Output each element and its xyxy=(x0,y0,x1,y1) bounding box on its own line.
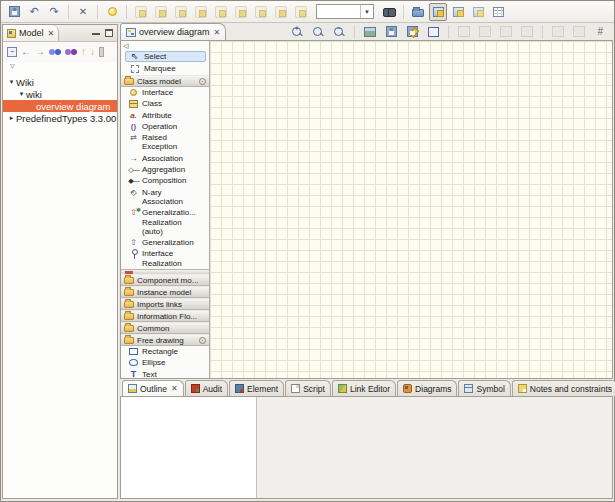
palette-item-rectangle[interactable]: Rectangle xyxy=(121,346,209,357)
open-perspective-button[interactable] xyxy=(409,3,427,21)
palette-section-information-flow[interactable]: Information Flo... xyxy=(121,310,209,322)
close-icon[interactable]: ✕ xyxy=(214,28,221,37)
trace-left-icon[interactable] xyxy=(49,47,61,57)
create-tool-button-4[interactable] xyxy=(192,3,210,21)
minimize-icon[interactable] xyxy=(92,29,100,37)
palette-item-generalization-realization-auto[interactable]: ⇧✱ Generalizatio... Realization (auto) xyxy=(121,207,209,237)
palette-item-interface-realization[interactable]: Interface Realization xyxy=(121,248,209,269)
tab-outline[interactable]: Outline ✕ xyxy=(122,380,184,396)
palette-section-component-model[interactable]: Component mo... xyxy=(121,274,209,286)
tree-row-wiki-project[interactable]: ▾ Wiki xyxy=(3,76,117,88)
align-icon xyxy=(552,26,564,37)
palette-tool-select[interactable]: ⇖ Select xyxy=(125,51,206,62)
close-icon[interactable]: ✕ xyxy=(171,384,178,393)
tab-model[interactable]: Model ✕ xyxy=(3,25,59,41)
chevron-down-icon[interactable]: ▼ xyxy=(360,5,373,18)
palette-item-raised-exception[interactable]: ⇄ Raised Exception xyxy=(121,132,209,153)
nav-back-icon[interactable]: ← xyxy=(21,47,31,57)
create-tool-button-1[interactable] xyxy=(132,3,150,21)
distribute-button[interactable] xyxy=(570,23,588,41)
trace-right-icon[interactable] xyxy=(65,47,77,57)
create-tool-button-2[interactable] xyxy=(152,3,170,21)
create-tool-button-7[interactable] xyxy=(252,3,270,21)
create-tool-button-8[interactable] xyxy=(272,3,290,21)
disabled-tool-button-3[interactable] xyxy=(497,23,515,41)
search-combo[interactable]: ▼ xyxy=(316,4,374,19)
create-tool-button-3[interactable] xyxy=(172,3,190,21)
palette-section-instance-model[interactable]: Instance model xyxy=(121,286,209,298)
palette-section-imports-links[interactable]: Imports links xyxy=(121,298,209,310)
tab-audit[interactable]: Audit xyxy=(185,380,228,396)
expander-icon[interactable]: ▾ xyxy=(7,78,16,86)
toolbar-separator xyxy=(403,5,404,19)
view-menu-chevron[interactable]: ▽ xyxy=(3,62,117,72)
palette-item-text[interactable]: T Text xyxy=(121,369,209,378)
palette-item-nary-association[interactable]: ◇× N-ary Association xyxy=(121,187,209,208)
tab-script[interactable]: Script xyxy=(285,380,331,396)
create-tool-button-6[interactable] xyxy=(232,3,250,21)
palette-collapse-control[interactable]: ◁ xyxy=(121,42,209,51)
palette-section-free-drawing[interactable]: Free drawing xyxy=(121,334,209,346)
create-tool-button-9[interactable] xyxy=(292,3,310,21)
undo-button[interactable]: ↶ xyxy=(25,3,43,21)
disabled-tool-button-1[interactable] xyxy=(455,23,473,41)
align-button[interactable] xyxy=(549,23,567,41)
create-tool-button-5[interactable] xyxy=(212,3,230,21)
perspective-button-3[interactable] xyxy=(469,3,487,21)
save-diagram-button[interactable] xyxy=(382,23,400,41)
palette-item-composition[interactable]: ◆— Composition xyxy=(121,175,209,186)
zoom-out-button[interactable]: − xyxy=(330,23,348,41)
maximize-icon[interactable] xyxy=(105,29,113,37)
tree-row-predefined-types[interactable]: ▸ PredefinedTypes 3.3.00 xyxy=(3,112,117,124)
page-frame-button[interactable] xyxy=(424,23,442,41)
tree-row-overview-diagram[interactable]: overview diagram xyxy=(3,100,117,112)
tab-overview-diagram[interactable]: overview diagram ✕ xyxy=(120,23,226,40)
disabled-tool-button-2[interactable] xyxy=(476,23,494,41)
expander-icon[interactable]: ▸ xyxy=(7,114,16,122)
move-down-icon[interactable]: ↓ xyxy=(90,47,95,57)
palette-item-operation[interactable]: () Operation xyxy=(121,121,209,132)
save-button[interactable] xyxy=(5,3,23,21)
grid-button[interactable]: # xyxy=(591,23,609,41)
search-button[interactable] xyxy=(380,3,398,21)
palette-section-label: Instance model xyxy=(137,288,191,297)
tab-diagrams[interactable]: Diagrams xyxy=(397,380,457,396)
palette-section-class-model[interactable]: Class model xyxy=(121,75,209,87)
expander-icon[interactable]: ▾ xyxy=(17,90,26,98)
zoom-in-button[interactable]: + xyxy=(288,23,306,41)
tab-element[interactable]: Element xyxy=(229,380,284,396)
redo-button[interactable]: ↷ xyxy=(45,3,63,21)
clipped-palette-section[interactable] xyxy=(121,269,209,274)
palette-item-generalization[interactable]: ⇧ Generalization xyxy=(121,237,209,248)
export-image-button[interactable] xyxy=(361,23,379,41)
clipped-toolbar-icon[interactable] xyxy=(99,47,104,57)
palette-section-common[interactable]: Common xyxy=(121,322,209,334)
perspective-button-2[interactable] xyxy=(449,3,467,21)
diagram-canvas[interactable] xyxy=(210,41,612,378)
collapse-all-icon[interactable]: − xyxy=(7,47,17,57)
audit-button[interactable] xyxy=(103,3,121,21)
tab-link-editor[interactable]: Link Editor xyxy=(332,380,396,396)
palette-item-interface[interactable]: Interface xyxy=(121,87,209,98)
modeling-perspective-button[interactable] xyxy=(429,3,447,21)
pin-icon[interactable] xyxy=(199,78,206,85)
move-up-icon[interactable]: ↑ xyxy=(81,47,86,57)
palette-item-ellipse[interactable]: Ellipse xyxy=(121,357,209,368)
tab-notes-and-constraints[interactable]: Notes and constraints xyxy=(512,380,615,396)
nav-forward-icon[interactable]: → xyxy=(35,47,45,57)
palette-item-class[interactable]: Class xyxy=(121,98,209,109)
palette-tool-marquee[interactable]: Marquee xyxy=(125,63,206,74)
zoom-actual-button[interactable] xyxy=(309,23,327,41)
palette-item-aggregation[interactable]: ◇— Aggregation xyxy=(121,164,209,175)
palette-item-attribute[interactable]: a. Attribute xyxy=(121,110,209,121)
tab-symbol[interactable]: Symbol xyxy=(458,380,510,396)
outline-content-area[interactable] xyxy=(121,397,257,498)
delete-button[interactable]: ✕ xyxy=(74,3,92,21)
pin-icon[interactable] xyxy=(199,337,206,344)
disabled-tool-button-4[interactable] xyxy=(518,23,536,41)
palette-item-association[interactable]: → Association xyxy=(121,153,209,164)
close-icon[interactable]: ✕ xyxy=(48,29,55,38)
tree-row-wiki-package[interactable]: ▾ wiki xyxy=(3,88,117,100)
table-view-button[interactable] xyxy=(489,3,507,21)
save-as-button[interactable] xyxy=(403,23,421,41)
